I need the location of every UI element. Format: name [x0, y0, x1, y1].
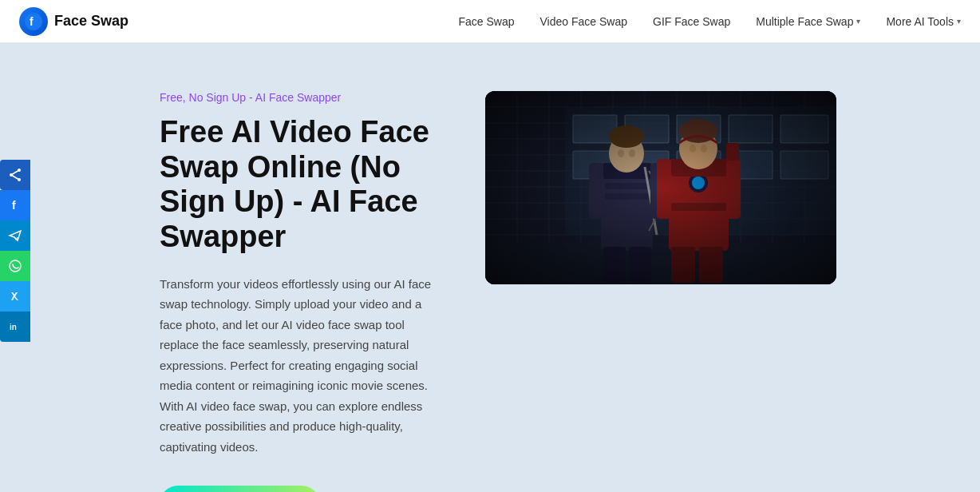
svg-text:in: in — [10, 323, 17, 331]
svg-text:f: f — [12, 199, 16, 212]
nav-face-swap[interactable]: Face Swap — [458, 15, 514, 28]
svg-text:f: f — [30, 15, 34, 28]
hero-subtitle: Free, No Sign Up - AI Face Swapper — [160, 91, 437, 104]
main-nav: Face Swap Video Face Swap GIF Face Swap … — [458, 15, 961, 28]
logo-icon: f — [19, 7, 48, 36]
swap-face-button[interactable]: Swap Face Now!!! — [160, 486, 320, 492]
nav-gif-face-swap[interactable]: GIF Face Swap — [653, 15, 730, 28]
chevron-down-icon: ▾ — [957, 17, 961, 26]
svg-line-6 — [11, 175, 19, 180]
svg-point-0 — [25, 13, 42, 30]
twitter-button[interactable] — [0, 281, 30, 311]
svg-point-8 — [10, 260, 21, 272]
main-content: Free, No Sign Up - AI Face Swapper Free … — [0, 43, 980, 492]
logo-text: Face Swap — [54, 13, 128, 30]
facebook-button[interactable]: f — [0, 190, 30, 220]
hero-image-inner — [485, 91, 836, 284]
nav-multiple-face-swap[interactable]: Multiple Face Swap ▾ — [756, 15, 860, 28]
share-button[interactable] — [0, 160, 30, 190]
hero-description: Transform your videos effortlessly using… — [160, 274, 437, 458]
svg-line-5 — [11, 170, 19, 175]
hero-title: Free AI Video Face Swap Online (No Sign … — [160, 115, 437, 255]
hero-image-area — [485, 91, 836, 284]
hero-image — [485, 91, 836, 284]
header: f Face Swap Face Swap Video Face Swap GI… — [0, 0, 980, 43]
nav-video-face-swap[interactable]: Video Face Swap — [540, 15, 627, 28]
social-sidebar: f in — [0, 160, 30, 342]
hero-text-area: Free, No Sign Up - AI Face Swapper Free … — [160, 91, 437, 492]
linkedin-button[interactable]: in — [0, 311, 30, 342]
chevron-down-icon: ▾ — [856, 17, 860, 26]
nav-more-ai-tools[interactable]: More AI Tools ▾ — [886, 15, 961, 28]
logo-area[interactable]: f Face Swap — [19, 7, 128, 36]
whatsapp-button[interactable] — [0, 251, 30, 281]
hero-scene-svg — [485, 91, 836, 284]
svg-rect-71 — [485, 91, 836, 284]
telegram-button[interactable] — [0, 220, 30, 251]
